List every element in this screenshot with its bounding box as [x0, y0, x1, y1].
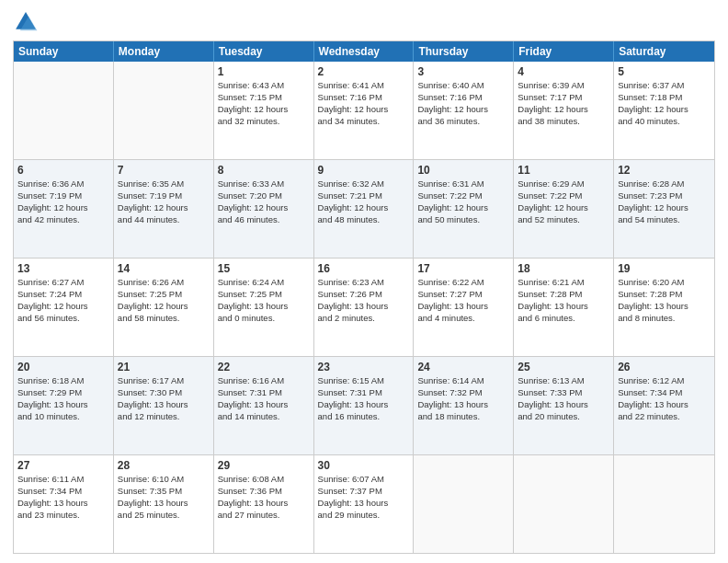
- day-number: 26: [618, 360, 711, 374]
- day-cell: 8Sunrise: 6:33 AM Sunset: 7:20 PM Daylig…: [214, 160, 314, 258]
- day-cell: 29Sunrise: 6:08 AM Sunset: 7:36 PM Dayli…: [214, 455, 314, 553]
- day-info: Sunrise: 6:36 AM Sunset: 7:19 PM Dayligh…: [17, 178, 88, 224]
- day-info: Sunrise: 6:14 AM Sunset: 7:32 PM Dayligh…: [417, 375, 488, 420]
- day-cell: 6Sunrise: 6:36 AM Sunset: 7:19 PM Daylig…: [14, 160, 114, 258]
- day-info: Sunrise: 6:13 AM Sunset: 7:33 PM Dayligh…: [518, 375, 588, 420]
- day-number: 23: [318, 360, 410, 374]
- day-header-sunday: Sunday: [14, 41, 114, 62]
- day-number: 3: [417, 64, 509, 79]
- day-info: Sunrise: 6:22 AM Sunset: 7:27 PM Dayligh…: [417, 277, 488, 322]
- day-number: 16: [318, 261, 410, 276]
- week-row: 6Sunrise: 6:36 AM Sunset: 7:19 PM Daylig…: [14, 159, 714, 258]
- day-cell: 5Sunrise: 6:37 AM Sunset: 7:18 PM Daylig…: [614, 62, 714, 159]
- week-row: 20Sunrise: 6:18 AM Sunset: 7:29 PM Dayli…: [14, 356, 714, 454]
- day-info: Sunrise: 6:10 AM Sunset: 7:35 PM Dayligh…: [118, 474, 188, 519]
- day-cell: 28Sunrise: 6:10 AM Sunset: 7:35 PM Dayli…: [114, 455, 214, 553]
- day-number: 2: [318, 64, 410, 79]
- day-header-thursday: Thursday: [414, 41, 514, 62]
- day-number: 9: [318, 163, 410, 178]
- day-cell: 13Sunrise: 6:27 AM Sunset: 7:24 PM Dayli…: [14, 259, 114, 356]
- day-cell: [414, 455, 514, 553]
- day-cell: 11Sunrise: 6:29 AM Sunset: 7:22 PM Dayli…: [514, 160, 614, 258]
- day-cell: 24Sunrise: 6:14 AM Sunset: 7:32 PM Dayli…: [414, 357, 514, 454]
- day-cell: 10Sunrise: 6:31 AM Sunset: 7:22 PM Dayli…: [414, 160, 514, 258]
- day-number: 30: [318, 458, 410, 473]
- day-number: 6: [17, 163, 109, 178]
- day-number: 5: [618, 64, 711, 79]
- day-header-tuesday: Tuesday: [214, 41, 314, 62]
- day-info: Sunrise: 6:23 AM Sunset: 7:26 PM Dayligh…: [318, 277, 389, 322]
- day-info: Sunrise: 6:21 AM Sunset: 7:28 PM Dayligh…: [518, 277, 588, 322]
- day-cell: 20Sunrise: 6:18 AM Sunset: 7:29 PM Dayli…: [14, 357, 114, 454]
- day-number: 7: [118, 163, 210, 178]
- calendar: SundayMondayTuesdayWednesdayThursdayFrid…: [13, 40, 715, 554]
- weeks: 1Sunrise: 6:43 AM Sunset: 7:15 PM Daylig…: [14, 62, 714, 553]
- day-header-wednesday: Wednesday: [314, 41, 415, 62]
- day-info: Sunrise: 6:20 AM Sunset: 7:28 PM Dayligh…: [618, 277, 688, 322]
- day-cell: 16Sunrise: 6:23 AM Sunset: 7:26 PM Dayli…: [314, 259, 415, 356]
- day-cell: 22Sunrise: 6:16 AM Sunset: 7:31 PM Dayli…: [214, 357, 314, 454]
- day-number: 28: [118, 458, 210, 473]
- day-number: 8: [218, 163, 310, 178]
- week-row: 1Sunrise: 6:43 AM Sunset: 7:15 PM Daylig…: [14, 62, 714, 159]
- day-cell: [114, 62, 214, 159]
- day-number: 13: [17, 261, 109, 276]
- day-info: Sunrise: 6:31 AM Sunset: 7:22 PM Dayligh…: [417, 178, 488, 224]
- day-number: 20: [17, 360, 109, 374]
- day-info: Sunrise: 6:17 AM Sunset: 7:30 PM Dayligh…: [118, 375, 188, 420]
- day-cell: 1Sunrise: 6:43 AM Sunset: 7:15 PM Daylig…: [214, 62, 314, 159]
- day-number: 15: [218, 261, 310, 276]
- day-cell: 19Sunrise: 6:20 AM Sunset: 7:28 PM Dayli…: [614, 259, 714, 356]
- day-info: Sunrise: 6:40 AM Sunset: 7:16 PM Dayligh…: [417, 80, 488, 125]
- day-number: 25: [518, 360, 609, 374]
- day-cell: 26Sunrise: 6:12 AM Sunset: 7:34 PM Dayli…: [614, 357, 714, 454]
- day-info: Sunrise: 6:26 AM Sunset: 7:25 PM Dayligh…: [118, 277, 188, 322]
- day-cell: 3Sunrise: 6:40 AM Sunset: 7:16 PM Daylig…: [414, 62, 514, 159]
- day-cell: 25Sunrise: 6:13 AM Sunset: 7:33 PM Dayli…: [514, 357, 614, 454]
- day-number: 10: [417, 163, 509, 178]
- day-number: 18: [518, 261, 609, 276]
- day-number: 27: [17, 458, 109, 473]
- logo: [13, 9, 42, 35]
- day-number: 29: [218, 458, 310, 473]
- day-number: 4: [518, 64, 609, 79]
- day-number: 21: [118, 360, 210, 374]
- day-number: 11: [518, 163, 609, 178]
- day-cell: 14Sunrise: 6:26 AM Sunset: 7:25 PM Dayli…: [114, 259, 214, 356]
- day-cell: 30Sunrise: 6:07 AM Sunset: 7:37 PM Dayli…: [314, 455, 415, 553]
- day-cell: 23Sunrise: 6:15 AM Sunset: 7:31 PM Dayli…: [314, 357, 415, 454]
- day-cell: [514, 455, 614, 553]
- day-info: Sunrise: 6:35 AM Sunset: 7:19 PM Dayligh…: [118, 178, 188, 224]
- day-cell: [14, 62, 114, 159]
- day-number: 12: [618, 163, 711, 178]
- day-cell: 4Sunrise: 6:39 AM Sunset: 7:17 PM Daylig…: [514, 62, 614, 159]
- day-info: Sunrise: 6:27 AM Sunset: 7:24 PM Dayligh…: [17, 277, 88, 322]
- day-info: Sunrise: 6:11 AM Sunset: 7:34 PM Dayligh…: [17, 474, 88, 519]
- page-container: SundayMondayTuesdayWednesdayThursdayFrid…: [0, 0, 728, 563]
- day-number: 1: [218, 64, 310, 79]
- day-info: Sunrise: 6:07 AM Sunset: 7:37 PM Dayligh…: [318, 474, 389, 519]
- day-info: Sunrise: 6:24 AM Sunset: 7:25 PM Dayligh…: [218, 277, 289, 322]
- day-header-monday: Monday: [114, 41, 214, 62]
- day-info: Sunrise: 6:43 AM Sunset: 7:15 PM Dayligh…: [218, 80, 289, 125]
- day-number: 14: [118, 261, 210, 276]
- day-header-friday: Friday: [514, 41, 614, 62]
- day-cell: 17Sunrise: 6:22 AM Sunset: 7:27 PM Dayli…: [414, 259, 514, 356]
- day-cell: 2Sunrise: 6:41 AM Sunset: 7:16 PM Daylig…: [314, 62, 415, 159]
- day-info: Sunrise: 6:33 AM Sunset: 7:20 PM Dayligh…: [218, 178, 289, 224]
- day-header-saturday: Saturday: [614, 41, 714, 62]
- day-headers: SundayMondayTuesdayWednesdayThursdayFrid…: [14, 41, 714, 62]
- day-info: Sunrise: 6:29 AM Sunset: 7:22 PM Dayligh…: [518, 178, 588, 224]
- day-info: Sunrise: 6:37 AM Sunset: 7:18 PM Dayligh…: [618, 80, 688, 125]
- day-info: Sunrise: 6:39 AM Sunset: 7:17 PM Dayligh…: [518, 80, 588, 125]
- header: [13, 9, 715, 35]
- day-cell: 27Sunrise: 6:11 AM Sunset: 7:34 PM Dayli…: [14, 455, 114, 553]
- day-number: 22: [218, 360, 310, 374]
- day-info: Sunrise: 6:16 AM Sunset: 7:31 PM Dayligh…: [218, 375, 289, 420]
- day-cell: 15Sunrise: 6:24 AM Sunset: 7:25 PM Dayli…: [214, 259, 314, 356]
- day-number: 19: [618, 261, 711, 276]
- week-row: 13Sunrise: 6:27 AM Sunset: 7:24 PM Dayli…: [14, 258, 714, 356]
- week-row: 27Sunrise: 6:11 AM Sunset: 7:34 PM Dayli…: [14, 454, 714, 553]
- day-cell: 21Sunrise: 6:17 AM Sunset: 7:30 PM Dayli…: [114, 357, 214, 454]
- day-info: Sunrise: 6:32 AM Sunset: 7:21 PM Dayligh…: [318, 178, 389, 224]
